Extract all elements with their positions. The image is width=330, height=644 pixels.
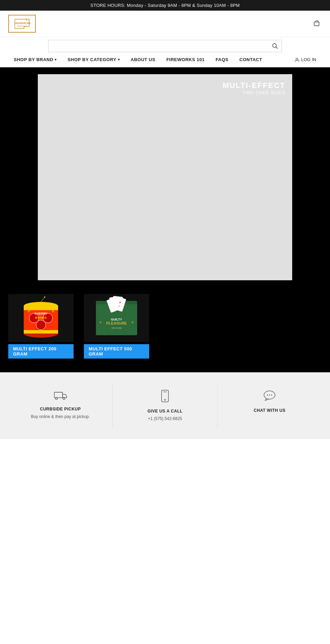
svg-rect-18: [24, 306, 58, 310]
header: BORDERLINE FIREWORKS: [0, 11, 330, 37]
svg-rect-28: [24, 330, 58, 334]
svg-point-23: [36, 320, 46, 330]
product-card-cherry-bomb[interactable]: CHERRY BOMBS MULTI EFFECT 200 GRAM: [8, 294, 74, 359]
guilty-pleasure-svg: ♥ A ♦ K ♠ Q ♥ J G: [91, 296, 142, 340]
nav-item-shop-by-category[interactable]: SHOP BY CATEGORY ▾: [62, 52, 125, 67]
hero-section: MULTI-EFFECT TWO CAKE SIZES: [0, 67, 330, 287]
svg-text:★: ★: [99, 321, 102, 324]
footer-chat-title: CHAT WITH US: [254, 408, 285, 413]
footer-phone-title: GIVE US A CALL: [147, 409, 183, 414]
svg-text:GUILTY: GUILTY: [111, 318, 122, 321]
hero-image: MULTI-EFFECT TWO CAKE SIZES: [38, 74, 292, 280]
product-image-guilty-pleasure: ♥ A ♦ K ♠ Q ♥ J G: [84, 294, 149, 342]
svg-text:★: ★: [131, 321, 134, 324]
svg-text:BOMBS: BOMBS: [35, 316, 47, 319]
phone-icon: [160, 389, 170, 405]
svg-line-19: [41, 297, 44, 302]
footer-curbside-title: CURBSIDE PICKUP: [40, 407, 81, 411]
svg-line-13: [276, 47, 278, 49]
nav-item-shop-by-brand[interactable]: SHOP BY BRAND ▾: [8, 52, 62, 67]
header-right: [311, 18, 322, 30]
cherry-bomb-svg: CHERRY BOMBS: [17, 296, 65, 340]
svg-point-58: [271, 395, 272, 396]
svg-line-10: [25, 21, 26, 21]
login-button[interactable]: LOG IN: [289, 52, 322, 67]
nav-item-contact[interactable]: CONTACT: [234, 52, 268, 67]
svg-point-54: [164, 399, 166, 400]
product-image-cherry-bomb: CHERRY BOMBS: [8, 294, 74, 342]
footer-col-curbside: CURBSIDE PICKUP Buy online & then pay at…: [8, 383, 113, 429]
search-container: [0, 37, 330, 52]
hero-text: MULTI-EFFECT TWO CAKE SIZES: [223, 81, 285, 95]
nav: SHOP BY BRAND ▾ SHOP BY CATEGORY ▾ ABOUT…: [0, 52, 330, 67]
search-button[interactable]: [268, 40, 282, 52]
svg-point-20: [44, 296, 45, 298]
chevron-down-icon: ▾: [118, 58, 120, 61]
search-input[interactable]: [48, 41, 268, 52]
svg-point-2: [26, 20, 27, 21]
banner-text: STORE HOURS: Monday - Saturday 9AM - 8PM…: [90, 3, 240, 8]
footer-curbside-desc: Buy online & then pay at pickup.: [31, 414, 90, 420]
svg-text:CHERRY: CHERRY: [34, 312, 47, 315]
logo[interactable]: BORDERLINE FIREWORKS: [8, 15, 36, 33]
product-label-guilty-pleasure: MULTI EFFECT 500 GRAM: [84, 344, 149, 359]
footer-col-chat: CHAT WITH US: [218, 383, 322, 429]
truck-icon: [54, 389, 67, 403]
footer-phone-desc: +1 (575) 542-8825: [148, 416, 182, 422]
svg-point-14: [296, 58, 298, 60]
svg-point-24: [28, 310, 30, 312]
svg-line-9: [28, 19, 28, 20]
footer-col-phone: GIVE US A CALL +1 (575) 542-8825: [113, 383, 217, 429]
footer-info: CURBSIDE PICKUP Buy online & then pay at…: [0, 372, 330, 439]
chevron-down-icon: ▾: [55, 58, 57, 61]
chat-icon: [263, 389, 276, 405]
svg-text:500 GRAM: 500 GRAM: [111, 327, 122, 329]
logo-area[interactable]: BORDERLINE FIREWORKS: [8, 15, 36, 33]
cart-button[interactable]: [311, 18, 322, 30]
product-card-guilty-pleasure[interactable]: ♥ A ♦ K ♠ Q ♥ J G: [84, 294, 149, 359]
search-bar: [48, 40, 282, 52]
svg-rect-11: [314, 22, 319, 26]
svg-point-56: [267, 395, 268, 396]
nav-item-fireworks-101[interactable]: FIREWORKS 101: [161, 52, 210, 67]
product-label-cherry-bomb: MULTI EFFECT 200 GRAM: [8, 344, 74, 359]
svg-rect-48: [54, 392, 63, 398]
hero-title: MULTI-EFFECT: [223, 81, 285, 90]
svg-point-57: [269, 395, 270, 396]
svg-line-8: [28, 21, 28, 21]
svg-text:BORDERLINE: BORDERLINE: [15, 22, 31, 24]
hero-subtitle: TWO CAKE SIZES: [223, 90, 285, 95]
svg-text:PLEASURE: PLEASURE: [106, 321, 127, 325]
top-banner: STORE HOURS: Monday - Saturday 9AM - 8PM…: [0, 0, 330, 11]
svg-line-7: [25, 19, 26, 20]
user-icon: [295, 57, 299, 62]
svg-text:FIREWORKS: FIREWORKS: [17, 25, 27, 27]
nav-item-faqs[interactable]: FAQS: [210, 52, 234, 67]
search-icon: [272, 43, 278, 49]
nav-item-about-us[interactable]: ABOUT US: [125, 52, 161, 67]
products-section: CHERRY BOMBS MULTI EFFECT 200 GRAM ♥ A: [0, 287, 330, 372]
svg-point-25: [52, 310, 54, 312]
